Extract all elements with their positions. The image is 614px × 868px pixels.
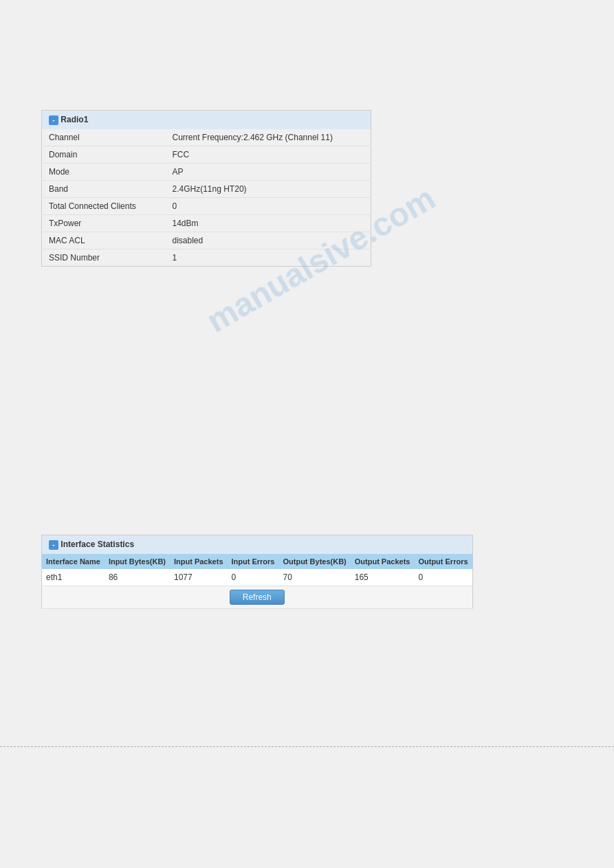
row-label: Mode <box>42 164 166 181</box>
row-label: Domain <box>42 146 166 164</box>
row-value: AP <box>166 164 371 181</box>
row-value: 165 <box>351 569 415 586</box>
row-value: FCC <box>166 146 371 164</box>
column-header: Input Bytes(KB) <box>105 554 170 569</box>
refresh-cell: Refresh <box>42 586 473 609</box>
column-header: Output Errors <box>414 554 472 569</box>
table-row: ModeAP <box>42 164 371 181</box>
row-value: Current Frequency:2.462 GHz (Channel 11) <box>166 129 371 146</box>
dashed-divider <box>0 746 614 747</box>
row-value: 0 <box>414 569 472 586</box>
refresh-button[interactable]: Refresh <box>230 590 285 605</box>
radio1-title: Radio1 <box>61 115 88 124</box>
table-row: Total Connected Clients0 <box>42 198 371 215</box>
table-row: Band2.4GHz(11ng HT20) <box>42 181 371 198</box>
column-header: Input Packets <box>170 554 228 569</box>
radio1-section: - Radio1 ChannelCurrent Frequency:2.462 … <box>41 110 573 267</box>
column-header: Output Bytes(KB) <box>278 554 350 569</box>
row-value: disabled <box>166 232 371 249</box>
table-row: eth18610770701650 <box>42 569 473 586</box>
row-value: 2.4GHz(11ng HT20) <box>166 181 371 198</box>
row-label: SSID Number <box>42 249 166 267</box>
row-value: 1077 <box>170 569 228 586</box>
row-value: 1 <box>166 249 371 267</box>
column-header: Interface Name <box>42 554 105 569</box>
radio1-table: - Radio1 ChannelCurrent Frequency:2.462 … <box>41 110 371 267</box>
table-row: MAC ACLdisabled <box>42 232 371 249</box>
radio1-icon: - <box>49 115 58 125</box>
table-row: TxPower14dBm <box>42 215 371 232</box>
interface-statistics-section: - Interface Statistics Interface NameInp… <box>41 535 573 609</box>
interface-statistics-header: - Interface Statistics <box>42 535 473 555</box>
refresh-row: Refresh <box>42 586 473 609</box>
row-value: 86 <box>105 569 170 586</box>
table-row: DomainFCC <box>42 146 371 164</box>
row-value: 0 <box>228 569 279 586</box>
row-value: eth1 <box>42 569 105 586</box>
row-value: 0 <box>166 198 371 215</box>
interface-statistics-icon: - <box>49 540 58 550</box>
row-label: Band <box>42 181 166 198</box>
interface-statistics-title: Interface Statistics <box>61 539 134 549</box>
radio1-header: - Radio1 <box>42 111 371 130</box>
column-header: Output Packets <box>351 554 415 569</box>
interface-statistics-table: - Interface Statistics Interface NameInp… <box>41 535 473 609</box>
row-value: 14dBm <box>166 215 371 232</box>
row-label: Channel <box>42 129 166 146</box>
row-label: MAC ACL <box>42 232 166 249</box>
row-value: 70 <box>278 569 350 586</box>
row-label: Total Connected Clients <box>42 198 166 215</box>
table-row: ChannelCurrent Frequency:2.462 GHz (Chan… <box>42 129 371 146</box>
column-header: Input Errors <box>228 554 279 569</box>
table-row: SSID Number1 <box>42 249 371 267</box>
row-label: TxPower <box>42 215 166 232</box>
